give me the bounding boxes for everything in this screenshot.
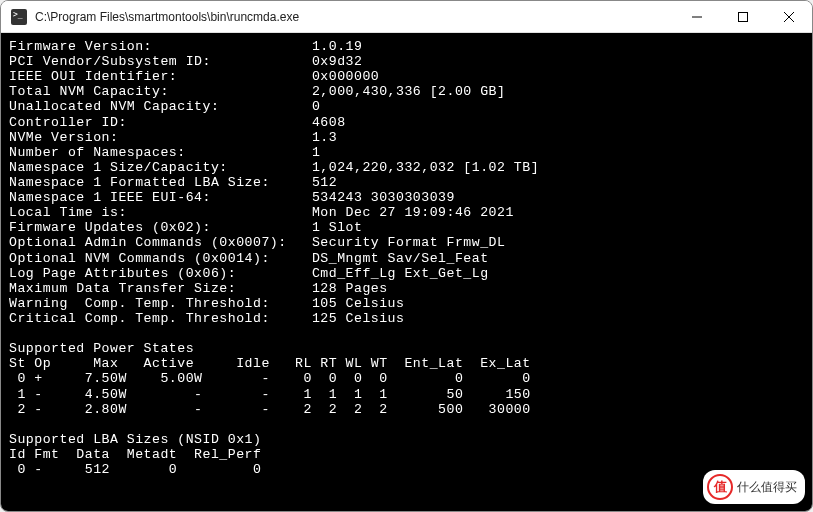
watermark-text: 什么值得买 — [737, 479, 797, 496]
terminal-output: Firmware Version: 1.0.19 PCI Vendor/Subs… — [1, 33, 812, 511]
watermark: 值 什么值得买 — [703, 470, 805, 504]
maximize-button[interactable] — [720, 1, 766, 33]
terminal-window: C:\Program Files\smartmontools\bin\runcm… — [0, 0, 813, 512]
close-button[interactable] — [766, 1, 812, 33]
watermark-badge: 值 — [707, 474, 733, 500]
svg-rect-1 — [739, 12, 748, 21]
terminal-icon — [11, 9, 27, 25]
titlebar: C:\Program Files\smartmontools\bin\runcm… — [1, 1, 812, 33]
window-title: C:\Program Files\smartmontools\bin\runcm… — [35, 10, 674, 24]
minimize-button[interactable] — [674, 1, 720, 33]
